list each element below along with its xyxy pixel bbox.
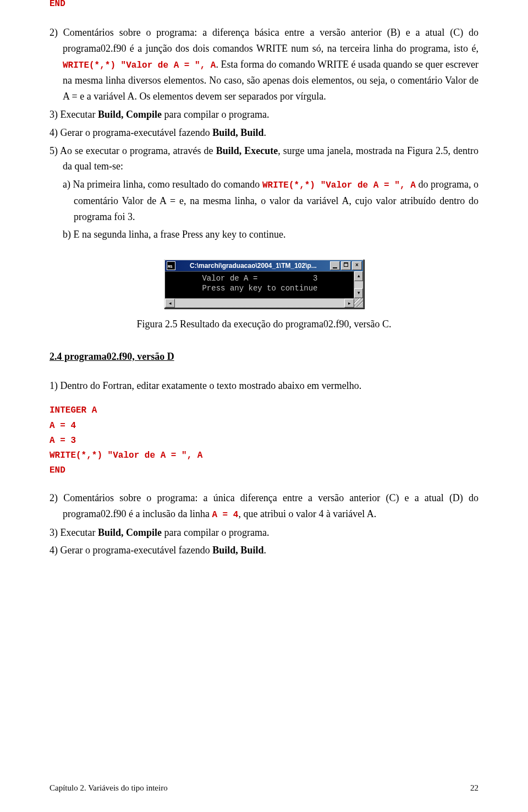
resize-grip[interactable] xyxy=(354,298,363,307)
sub-item-b: b) E na segunda linha, a frase Press any… xyxy=(50,227,479,243)
scroll-down-button[interactable]: ▾ xyxy=(354,288,363,298)
figure-console: C:\marchi\graduacao\2004_1\TM_102\p... ×… xyxy=(50,259,479,310)
item-3: 3) Executar Build, Compile para compilar… xyxy=(50,107,479,123)
d-item-3-post: para compilar o programa. xyxy=(162,527,269,538)
console-titlebar: C:\marchi\graduacao\2004_1\TM_102\p... × xyxy=(165,260,363,271)
code-d-l1: INTEGER A xyxy=(50,403,479,418)
code-d-l4: WRITE(*,*) "Valor de A = ", A xyxy=(50,448,479,463)
footer-page-number: 22 xyxy=(470,781,479,794)
page-footer: Capítulo 2. Variáveis do tipo inteiro 22 xyxy=(50,781,479,794)
section-2-4-heading: 2.4 programa02.f90, versão D xyxy=(50,349,479,365)
scroll-right-button[interactable]: ▸ xyxy=(344,299,354,308)
console-line-2: Press any key to continue xyxy=(202,284,317,293)
d-item-3-pre: 3) Executar xyxy=(50,527,98,538)
console-window: C:\marchi\graduacao\2004_1\TM_102\p... ×… xyxy=(164,259,364,309)
item-4-bold: Build, Build xyxy=(212,127,263,138)
minimize-button[interactable] xyxy=(330,261,340,270)
close-button[interactable]: × xyxy=(352,261,362,270)
code-d-l2: A = 4 xyxy=(50,419,479,434)
item-2-text-a: 2) Comentários sobre o programa: a difer… xyxy=(50,27,479,54)
sub-a-pre: a) Na primeira linha, como resultado do … xyxy=(63,179,262,190)
d-item-2-code: A = 4 xyxy=(212,510,238,520)
code-block-d: INTEGER A A = 4 A = 3 WRITE(*,*) "Valor … xyxy=(50,403,479,478)
console-output: Valor de A = 3 Press any key to continue xyxy=(165,271,354,298)
d-item-3-bold: Build, Compile xyxy=(98,527,162,538)
d-item-1: 1) Dentro do Fortran, editar exatamente … xyxy=(50,378,479,394)
console-line-1: Valor de A = 3 xyxy=(202,274,317,283)
horizontal-scrollbar[interactable]: ◂ ▸ xyxy=(165,298,354,308)
d-item-4-post: . xyxy=(263,545,266,556)
item-2-inline-code: WRITE(*,*) "Valor de A = ", A xyxy=(63,61,216,70)
d-item-4-bold: Build, Build xyxy=(212,545,263,556)
d-item-2: 2) Comentários sobre o programa: a única… xyxy=(50,490,479,522)
maximize-button[interactable] xyxy=(341,261,351,270)
figure-caption: Figura 2.5 Resultado da execução do prog… xyxy=(50,316,479,332)
code-d-l3: A = 3 xyxy=(50,434,479,448)
item-3-pre: 3) Executar xyxy=(50,109,98,120)
d-item-2-post: , que atribui o valor 4 à variável A. xyxy=(238,508,376,519)
scroll-left-button[interactable]: ◂ xyxy=(165,299,175,308)
d-item-4: 4) Gerar o programa-executável fazendo B… xyxy=(50,542,479,558)
item-4-post: . xyxy=(263,127,266,138)
d-item-3: 3) Executar Build, Compile para compilar… xyxy=(50,525,479,541)
code-d-l5: END xyxy=(50,463,479,478)
console-title: C:\marchi\graduacao\2004_1\TM_102\p... xyxy=(178,261,329,271)
item-5-bold: Build, Execute xyxy=(216,145,278,156)
item-5: 5) Ao se executar o programa, através de… xyxy=(50,143,479,175)
sub-a-code: WRITE(*,*) "Valor de A = ", A xyxy=(262,180,416,190)
item-2: 2) Comentários sobre o programa: a difer… xyxy=(50,25,479,105)
vertical-scrollbar[interactable]: ▴ ▾ xyxy=(354,271,363,298)
item-3-post: para compilar o programa. xyxy=(162,109,269,120)
item-4-pre: 4) Gerar o programa-executável fazendo xyxy=(50,127,212,138)
footer-chapter: Capítulo 2. Variáveis do tipo inteiro xyxy=(50,781,168,794)
msdos-icon xyxy=(167,261,175,270)
scroll-up-button[interactable]: ▴ xyxy=(354,271,363,281)
item-3-bold: Build, Compile xyxy=(98,109,162,120)
console-client-area: Valor de A = 3 Press any key to continue… xyxy=(165,271,363,298)
code-end-top: END xyxy=(50,0,479,12)
item-4: 4) Gerar o programa-executável fazendo B… xyxy=(50,125,479,141)
item-5-pre: 5) Ao se executar o programa, através de xyxy=(50,145,216,156)
d-item-4-pre: 4) Gerar o programa-executável fazendo xyxy=(50,545,212,556)
sub-item-a: a) Na primeira linha, como resultado do … xyxy=(50,177,479,224)
